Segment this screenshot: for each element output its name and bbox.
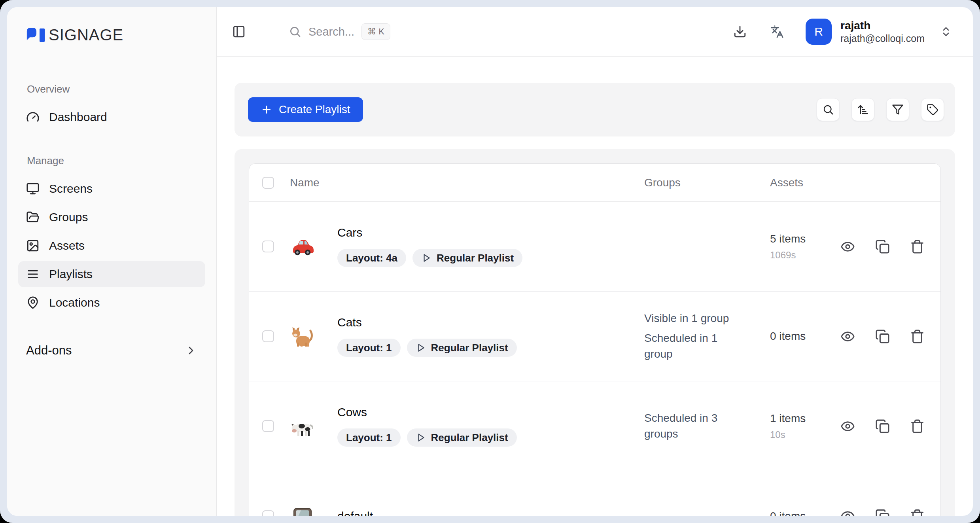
row-actions (840, 239, 931, 254)
table-row[interactable]: Cars Layout: 4a Regular Playlist (249, 202, 940, 292)
row-checkbox[interactable] (262, 330, 274, 342)
delete-button[interactable] (909, 508, 925, 516)
table-row[interactable]: Cats Layout: 1 Regular Playlist (249, 292, 940, 381)
playlist-name: Cats (337, 316, 517, 329)
avatar[interactable]: R (806, 19, 832, 45)
select-all-checkbox[interactable] (262, 177, 274, 189)
trash-icon (910, 329, 925, 344)
create-playlist-button[interactable]: Create Playlist (248, 97, 363, 122)
car-emoji (290, 234, 315, 259)
trash-icon (910, 419, 925, 434)
groups-cell: Visible in 1 group Scheduled in 1 group (644, 311, 770, 362)
eye-icon (840, 509, 855, 516)
duplicate-button[interactable] (874, 239, 890, 254)
chevron-right-icon (185, 344, 197, 357)
plus-icon (261, 104, 272, 116)
download-icon (733, 25, 747, 38)
play-icon (421, 253, 431, 263)
sidebar-item-playlists[interactable]: Playlists (18, 261, 205, 287)
groups-cell: Scheduled in 3 groups (644, 410, 770, 442)
sidebar-item-label: Screens (49, 182, 93, 195)
folder-open-icon (26, 210, 40, 224)
sidebar-item-screens[interactable]: Screens (18, 176, 205, 202)
duplicate-button[interactable] (874, 508, 890, 516)
trash-icon (910, 239, 925, 254)
assets-duration: 10s (770, 428, 840, 441)
list-icon (26, 267, 40, 281)
group-schedule: Scheduled in 3 groups (644, 410, 738, 442)
topbar: Search... ⌘ K R rajath rajath@colloqi.co… (217, 7, 973, 57)
filter-button[interactable] (886, 98, 909, 121)
eye-icon (840, 329, 855, 344)
delete-button[interactable] (909, 418, 925, 434)
filter-icon (892, 104, 904, 116)
sort-button[interactable] (851, 98, 874, 121)
search-icon (822, 104, 834, 116)
layout-badge: Layout: 1 (337, 428, 401, 447)
tag-button[interactable] (921, 98, 944, 121)
cow-emoji (290, 413, 315, 439)
preview-button[interactable] (840, 508, 855, 516)
chevrons-up-down-icon (940, 26, 952, 38)
row-checkbox[interactable] (262, 241, 274, 252)
language-button[interactable] (767, 21, 787, 42)
create-playlist-label: Create Playlist (279, 103, 350, 116)
assets-cell: 0 items (770, 509, 840, 516)
copy-icon (875, 329, 890, 344)
assets-count: 1 items (770, 411, 814, 426)
global-search[interactable]: Search... ⌘ K (289, 23, 390, 40)
search-playlists-button[interactable] (817, 98, 840, 121)
main-area: Search... ⌘ K R rajath rajath@colloqi.co… (217, 7, 973, 516)
assets-count: 0 items (770, 329, 814, 344)
sidebar-item-label: Groups (49, 210, 88, 224)
sidebar-item-assets[interactable]: Assets (18, 233, 205, 259)
account-menu-button[interactable] (936, 21, 956, 42)
duplicate-button[interactable] (874, 328, 890, 344)
assets-cell: 1 items 10s (770, 411, 840, 441)
sidebar-toggle-button[interactable] (229, 21, 249, 42)
image-icon (26, 239, 40, 252)
playlist-type-badge: Regular Playlist (407, 428, 517, 447)
playlist-name: Cars (337, 226, 522, 239)
preview-button[interactable] (840, 418, 855, 434)
sidebar-item-label: Assets (49, 239, 85, 252)
user-meta: rajath rajath@colloqi.com (840, 19, 925, 45)
search-shortcut-badge: ⌘ K (361, 23, 390, 40)
table-header: Name Groups Assets (249, 164, 940, 202)
search-icon (289, 25, 301, 38)
cat-emoji (290, 324, 315, 349)
delete-button[interactable] (909, 239, 925, 254)
sidebar-item-add-ons[interactable]: Add-ons (26, 343, 197, 358)
delete-button[interactable] (909, 328, 925, 344)
playlist-toolbar: Create Playlist (235, 83, 955, 136)
section-label-overview: Overview (18, 83, 205, 95)
tv-emoji (290, 504, 315, 516)
search-placeholder: Search... (308, 25, 354, 38)
playlist-type-badge: Regular Playlist (412, 249, 522, 267)
row-checkbox[interactable] (262, 510, 274, 516)
sidebar-nav: Overview Dashboard Manage Screens Groups… (7, 83, 216, 318)
play-icon (416, 343, 426, 353)
playlist-name: default (337, 510, 373, 516)
duplicate-button[interactable] (874, 418, 890, 434)
preview-button[interactable] (840, 328, 855, 344)
playlist-name: Cows (337, 406, 517, 419)
copy-icon (875, 419, 890, 434)
monitor-icon (26, 182, 40, 195)
copy-icon (875, 509, 890, 516)
download-button[interactable] (730, 21, 750, 42)
table-row[interactable]: Cows Layout: 1 Regular Playlist (249, 381, 940, 471)
sort-ascending-icon (857, 104, 869, 116)
play-icon (416, 432, 426, 443)
row-checkbox[interactable] (262, 420, 274, 432)
app-window: SIGNAGE Overview Dashboard Manage Screen… (7, 7, 973, 516)
sidebar-item-dashboard[interactable]: Dashboard (18, 104, 205, 130)
preview-button[interactable] (840, 239, 855, 254)
group-schedule: Scheduled in 1 group (644, 330, 738, 362)
playlist-type-badge: Regular Playlist (407, 339, 517, 357)
table-row[interactable]: default 0 items (249, 471, 940, 516)
sidebar-item-groups[interactable]: Groups (18, 204, 205, 230)
sidebar-item-label: Playlists (49, 267, 93, 281)
sidebar-item-locations[interactable]: Locations (18, 290, 205, 316)
layout-badge: Layout: 4a (337, 249, 406, 267)
